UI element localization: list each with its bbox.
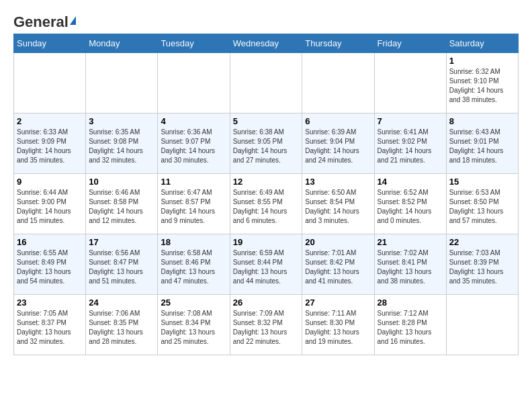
calendar-cell: 10Sunrise: 6:46 AM Sunset: 8:58 PM Dayli… — [86, 174, 158, 234]
day-number: 15 — [449, 177, 515, 187]
calendar-cell — [86, 53, 158, 113]
day-number: 5 — [233, 116, 300, 126]
day-info: Sunrise: 7:01 AM Sunset: 8:42 PM Dayligh… — [305, 248, 371, 286]
calendar-cell — [374, 53, 446, 113]
calendar-header-wednesday: Wednesday — [230, 34, 302, 53]
day-number: 26 — [233, 298, 300, 308]
day-number: 17 — [89, 237, 154, 247]
calendar-cell — [446, 295, 518, 355]
calendar-cell: 15Sunrise: 6:53 AM Sunset: 8:50 PM Dayli… — [446, 174, 518, 234]
calendar-cell: 4Sunrise: 6:36 AM Sunset: 9:07 PM Daylig… — [158, 113, 230, 174]
day-number: 10 — [89, 177, 154, 187]
calendar-cell: 1Sunrise: 6:32 AM Sunset: 9:10 PM Daylig… — [446, 53, 518, 113]
calendar-cell: 28Sunrise: 7:12 AM Sunset: 8:28 PM Dayli… — [374, 295, 446, 355]
calendar-cell: 27Sunrise: 7:11 AM Sunset: 8:30 PM Dayli… — [302, 295, 374, 355]
day-number: 6 — [305, 116, 371, 126]
day-number: 28 — [378, 298, 443, 308]
day-number: 24 — [89, 298, 154, 308]
day-info: Sunrise: 7:12 AM Sunset: 8:28 PM Dayligh… — [378, 309, 443, 347]
day-info: Sunrise: 6:43 AM Sunset: 9:01 PM Dayligh… — [449, 128, 515, 165]
calendar-cell: 5Sunrise: 6:38 AM Sunset: 9:05 PM Daylig… — [230, 113, 302, 174]
calendar-cell: 22Sunrise: 7:03 AM Sunset: 8:39 PM Dayli… — [446, 234, 518, 295]
day-info: Sunrise: 6:46 AM Sunset: 8:58 PM Dayligh… — [89, 188, 154, 226]
day-info: Sunrise: 7:02 AM Sunset: 8:41 PM Dayligh… — [378, 248, 443, 286]
calendar-header-thursday: Thursday — [302, 34, 374, 53]
day-info: Sunrise: 6:35 AM Sunset: 9:08 PM Dayligh… — [89, 128, 154, 165]
calendar-cell: 18Sunrise: 6:58 AM Sunset: 8:46 PM Dayli… — [158, 234, 230, 295]
day-number: 22 — [449, 237, 515, 247]
calendar-table: SundayMondayTuesdayWednesdayThursdayFrid… — [13, 34, 519, 355]
calendar-header-sunday: Sunday — [14, 34, 86, 53]
calendar-header-tuesday: Tuesday — [158, 34, 230, 53]
calendar-cell: 25Sunrise: 7:08 AM Sunset: 8:34 PM Dayli… — [158, 295, 230, 355]
calendar-week-row: 9Sunrise: 6:44 AM Sunset: 9:00 PM Daylig… — [14, 174, 519, 234]
calendar-cell — [14, 53, 86, 113]
day-number: 3 — [89, 116, 154, 126]
calendar-cell: 19Sunrise: 6:59 AM Sunset: 8:44 PM Dayli… — [230, 234, 302, 295]
day-number: 4 — [161, 116, 226, 126]
day-number: 7 — [378, 116, 443, 126]
day-number: 8 — [449, 116, 515, 126]
calendar-header-monday: Monday — [86, 34, 158, 53]
day-info: Sunrise: 6:39 AM Sunset: 9:04 PM Dayligh… — [305, 128, 371, 165]
day-number: 18 — [161, 237, 226, 247]
day-info: Sunrise: 6:49 AM Sunset: 8:55 PM Dayligh… — [233, 188, 300, 226]
day-number: 21 — [378, 237, 443, 247]
calendar-cell: 3Sunrise: 6:35 AM Sunset: 9:08 PM Daylig… — [86, 113, 158, 174]
day-info: Sunrise: 6:59 AM Sunset: 8:44 PM Dayligh… — [233, 248, 300, 286]
calendar-cell: 2Sunrise: 6:33 AM Sunset: 9:09 PM Daylig… — [14, 113, 86, 174]
calendar-cell: 7Sunrise: 6:41 AM Sunset: 9:02 PM Daylig… — [374, 113, 446, 174]
day-number: 9 — [17, 177, 83, 187]
day-number: 14 — [378, 177, 443, 187]
calendar-cell: 23Sunrise: 7:05 AM Sunset: 8:37 PM Dayli… — [14, 295, 86, 355]
day-info: Sunrise: 6:55 AM Sunset: 8:49 PM Dayligh… — [17, 248, 83, 286]
day-number: 1 — [449, 56, 515, 66]
day-info: Sunrise: 6:36 AM Sunset: 9:07 PM Dayligh… — [161, 128, 226, 165]
calendar-cell: 9Sunrise: 6:44 AM Sunset: 9:00 PM Daylig… — [14, 174, 86, 234]
day-info: Sunrise: 6:44 AM Sunset: 9:00 PM Dayligh… — [17, 188, 83, 226]
day-number: 20 — [305, 237, 371, 247]
calendar-cell — [158, 53, 230, 113]
calendar-cell: 11Sunrise: 6:47 AM Sunset: 8:57 PM Dayli… — [158, 174, 230, 234]
day-number: 19 — [233, 237, 300, 247]
calendar-cell — [230, 53, 302, 113]
calendar-cell: 21Sunrise: 7:02 AM Sunset: 8:41 PM Dayli… — [374, 234, 446, 295]
day-number: 23 — [17, 298, 83, 308]
day-info: Sunrise: 6:47 AM Sunset: 8:57 PM Dayligh… — [161, 188, 226, 226]
day-info: Sunrise: 6:50 AM Sunset: 8:54 PM Dayligh… — [305, 188, 371, 226]
day-info: Sunrise: 6:32 AM Sunset: 9:10 PM Dayligh… — [449, 67, 515, 105]
calendar-cell: 6Sunrise: 6:39 AM Sunset: 9:04 PM Daylig… — [302, 113, 374, 174]
day-number: 16 — [17, 237, 83, 247]
day-info: Sunrise: 6:38 AM Sunset: 9:05 PM Dayligh… — [233, 128, 300, 165]
day-number: 12 — [233, 177, 300, 187]
logo: General — [13, 13, 77, 27]
calendar-cell: 20Sunrise: 7:01 AM Sunset: 8:42 PM Dayli… — [302, 234, 374, 295]
calendar-week-row: 1Sunrise: 6:32 AM Sunset: 9:10 PM Daylig… — [14, 53, 519, 113]
calendar-cell: 13Sunrise: 6:50 AM Sunset: 8:54 PM Dayli… — [302, 174, 374, 234]
day-info: Sunrise: 7:08 AM Sunset: 8:34 PM Dayligh… — [161, 309, 226, 347]
day-info: Sunrise: 6:33 AM Sunset: 9:09 PM Dayligh… — [17, 128, 83, 165]
calendar-header-saturday: Saturday — [446, 34, 518, 53]
calendar-header-friday: Friday — [374, 34, 446, 53]
day-info: Sunrise: 6:53 AM Sunset: 8:50 PM Dayligh… — [449, 188, 515, 226]
calendar-cell: 16Sunrise: 6:55 AM Sunset: 8:49 PM Dayli… — [14, 234, 86, 295]
day-info: Sunrise: 6:52 AM Sunset: 8:52 PM Dayligh… — [378, 188, 443, 226]
day-info: Sunrise: 7:11 AM Sunset: 8:30 PM Dayligh… — [305, 309, 371, 347]
day-number: 11 — [161, 177, 226, 187]
day-info: Sunrise: 7:03 AM Sunset: 8:39 PM Dayligh… — [449, 248, 515, 286]
calendar-header-row: SundayMondayTuesdayWednesdayThursdayFrid… — [14, 34, 519, 53]
calendar-cell — [302, 53, 374, 113]
page-header: General — [13, 13, 519, 27]
day-info: Sunrise: 6:41 AM Sunset: 9:02 PM Dayligh… — [378, 128, 443, 165]
logo-arrow-icon — [70, 16, 76, 25]
calendar-week-row: 16Sunrise: 6:55 AM Sunset: 8:49 PM Dayli… — [14, 234, 519, 295]
day-number: 25 — [161, 298, 226, 308]
day-info: Sunrise: 7:05 AM Sunset: 8:37 PM Dayligh… — [17, 309, 83, 347]
day-info: Sunrise: 7:09 AM Sunset: 8:32 PM Dayligh… — [233, 309, 300, 347]
calendar-week-row: 23Sunrise: 7:05 AM Sunset: 8:37 PM Dayli… — [14, 295, 519, 355]
logo-general-text2: General — [13, 13, 69, 31]
day-number: 27 — [305, 298, 371, 308]
calendar-cell: 24Sunrise: 7:06 AM Sunset: 8:35 PM Dayli… — [86, 295, 158, 355]
calendar-cell: 17Sunrise: 6:56 AM Sunset: 8:47 PM Dayli… — [86, 234, 158, 295]
calendar-cell: 8Sunrise: 6:43 AM Sunset: 9:01 PM Daylig… — [446, 113, 518, 174]
